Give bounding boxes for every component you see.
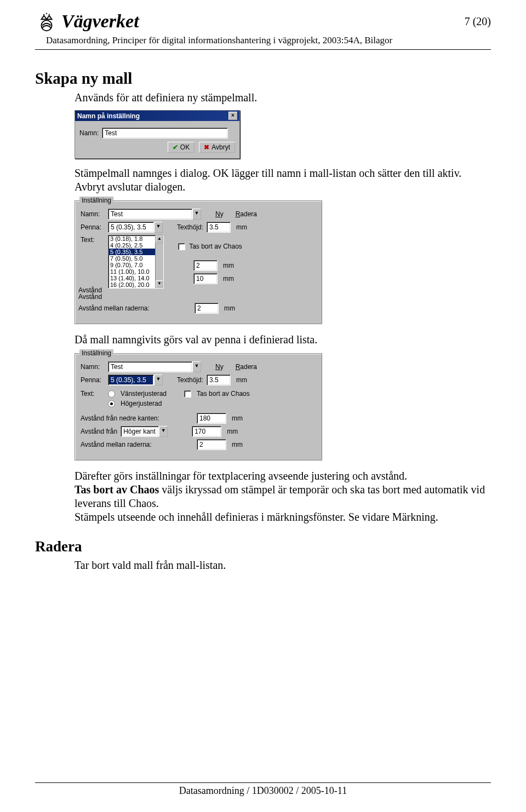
doc-title: Datasamordning, Principer för digital in… <box>46 35 491 46</box>
avstand3-label: Avstånd mellan raderna: <box>81 441 168 448</box>
panel-installning-2: Inställning Namn: Test▼ Ny Radera Penna:… <box>75 353 322 460</box>
name-label: Namn: <box>79 129 99 137</box>
text-label: Text: <box>81 390 105 398</box>
heading-skapa-ny-mall: Skapa ny mall <box>35 70 491 88</box>
vanster-label: Vänsterjusterad <box>121 390 167 398</box>
scroll-up-icon[interactable]: ▲ <box>156 235 163 243</box>
texthojd-input[interactable]: 3.5 <box>207 375 231 385</box>
chevron-down-icon[interactable]: ▼ <box>192 209 201 220</box>
footer: Datasamordning / 1D030002 / 2005-10-11 <box>0 779 526 797</box>
header-rule <box>35 49 491 50</box>
para-radera: Tar bort vald mall från mall-listan. <box>75 558 491 572</box>
list-item[interactable]: 13 (1.40), 14.0 <box>108 275 155 281</box>
avstand3-label: Avstånd mellan raderna: <box>78 304 159 312</box>
avstand2-label: Avstånd från <box>81 428 117 435</box>
avstand2-label-partial: Avstånd <box>78 293 102 301</box>
avstand2-input[interactable]: 170 <box>192 426 221 437</box>
list-item[interactable]: 16 (2.00), 20.0 <box>108 281 155 288</box>
avstand2-combo[interactable]: Höger kant▼ <box>121 426 168 437</box>
logo: Vägverket <box>35 10 139 33</box>
radera-button[interactable]: Radera <box>236 210 257 218</box>
name-input[interactable]: Test <box>102 128 228 139</box>
scrollbar[interactable]: ▲ ▼ <box>155 235 163 288</box>
logo-text: Vägverket <box>61 11 139 32</box>
penna-label: Penna: <box>81 223 105 231</box>
texthojd-label: Texthöjd: <box>177 376 203 384</box>
svg-point-1 <box>43 14 44 15</box>
para-tasbort: Tas bort av Chaos väljs ikryssad om stäm… <box>75 483 491 510</box>
chevron-down-icon[interactable]: ▼ <box>154 375 163 385</box>
para-penna: Då mall namngivits görs val av penna i d… <box>75 333 491 347</box>
chevron-down-icon[interactable]: ▼ <box>154 222 163 233</box>
group-label: Inställning <box>79 349 113 357</box>
namn-label: Namn: <box>81 210 105 218</box>
avstand1-input[interactable]: 180 <box>197 413 226 424</box>
scroll-down-icon[interactable]: ▼ <box>156 280 163 288</box>
avstand1-label: Avstånd från nedre kanten: <box>81 414 168 422</box>
tasbort-label: Tas bort av Chaos <box>197 390 250 398</box>
dialog-titlebar[interactable]: Namn på inställning × <box>75 111 239 121</box>
dialog-namn-pa-installning: Namn på inställning × Namn: Test ✔OK ✖Av… <box>75 110 240 159</box>
penna-combo[interactable]: 5 (0.35), 3.5▼ <box>108 222 163 233</box>
heading-radera: Radera <box>35 538 491 555</box>
texthojd-label: Texthöjd: <box>177 223 203 231</box>
panel-installning-1: Inställning Namn: Test▼ Ny Radera Penna:… <box>75 200 322 324</box>
svg-point-2 <box>46 13 47 14</box>
vagverket-crown-icon <box>35 10 58 33</box>
chevron-down-icon[interactable]: ▼ <box>192 361 201 372</box>
para-naming: Stämpelmall namnges i dialog. OK lägger … <box>75 166 491 194</box>
avstand2-input[interactable]: 10 <box>193 273 218 284</box>
penna-listbox[interactable]: 3 (0.18), 1.8 4 (0.25), 2.5 5 (0.35), 3.… <box>108 235 164 289</box>
tasbort-label: Tas bort av Chaos <box>189 243 242 250</box>
avstand3-input[interactable]: 2 <box>197 439 226 450</box>
namn-label: Namn: <box>81 363 105 371</box>
mm-unit: mm <box>236 223 247 231</box>
list-item[interactable]: 7 (0.50), 5.0 <box>108 255 155 262</box>
svg-point-3 <box>49 14 50 15</box>
list-item-selected[interactable]: 5 (0.35), 3.5 <box>108 249 155 255</box>
ok-button[interactable]: ✔OK <box>168 142 195 153</box>
text-label: Text: <box>81 235 105 244</box>
namn-combo[interactable]: Test▼ <box>108 361 201 372</box>
list-item[interactable]: 9 (0.70), 7.0 <box>108 262 155 268</box>
radera-button[interactable]: Radera <box>236 363 257 371</box>
tasbort-checkbox[interactable] <box>178 243 185 250</box>
para-markning: Stämpels utseende och innehåll definiera… <box>75 510 491 524</box>
page-number: 7 (20) <box>465 15 491 28</box>
close-icon[interactable]: × <box>228 112 237 120</box>
group-label: Inställning <box>79 197 113 204</box>
namn-combo[interactable]: Test▼ <box>108 209 201 220</box>
penna-combo[interactable]: 5 (0.35), 3.5▼ <box>108 375 163 385</box>
para-settings: Därefter görs inställningar för textplac… <box>75 469 491 483</box>
list-item[interactable]: 11 (1.00), 10.0 <box>108 268 155 275</box>
chevron-down-icon[interactable]: ▼ <box>159 426 168 437</box>
penna-label: Penna: <box>81 376 105 384</box>
cancel-button[interactable]: ✖Avbryt <box>199 142 235 153</box>
vanster-radio[interactable] <box>108 390 115 398</box>
list-item[interactable]: 3 (0.18), 1.8 <box>108 235 155 242</box>
avstand3-input[interactable]: 2 <box>195 303 219 314</box>
ny-button[interactable]: Ny <box>215 363 224 371</box>
tasbort-checkbox[interactable] <box>184 390 191 398</box>
texthojd-input[interactable]: 3.5 <box>207 222 231 233</box>
ny-button[interactable]: Ny <box>215 210 224 218</box>
footer-text: Datasamordning / 1D030002 / 2005-10-11 <box>179 785 347 796</box>
dialog-title: Namn på inställning <box>77 112 140 120</box>
list-item[interactable]: 4 (0.25), 2.5 <box>108 242 155 249</box>
hoger-radio[interactable] <box>108 400 115 407</box>
avstand1-input[interactable]: 2 <box>193 260 218 271</box>
hoger-label: Högerjusterad <box>121 400 162 407</box>
para-intro: Används för att definiera ny stämpelmall… <box>75 91 491 105</box>
